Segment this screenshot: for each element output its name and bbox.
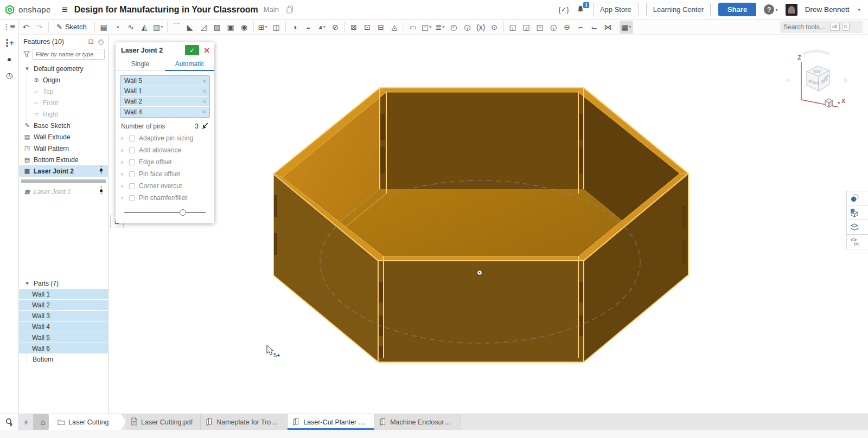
- rip-icon[interactable]: ⌙: [588, 21, 601, 34]
- checkbox[interactable]: [129, 195, 135, 201]
- extrude-icon[interactable]: ▤: [97, 21, 111, 34]
- chamfer-icon[interactable]: ◣: [183, 21, 197, 34]
- move-face-icon[interactable]: ⊠: [347, 21, 361, 34]
- rollback-handle-icon[interactable]: [99, 166, 104, 176]
- part-item-wall-6[interactable]: Wall 6: [19, 343, 108, 354]
- thicken-icon[interactable]: ▥▾: [151, 21, 165, 34]
- rollback-bar[interactable]: [21, 179, 106, 183]
- checkbox[interactable]: [129, 171, 135, 177]
- view-cube[interactable]: Z X Top Front Right: [783, 47, 851, 107]
- feature-item-wall-pattern[interactable]: ◳Wall Pattern: [19, 143, 108, 154]
- display-states-button[interactable]: (x): [846, 235, 868, 249]
- feature-item-top[interactable]: ▱Top: [27, 86, 108, 97]
- origin-marker[interactable]: [477, 270, 482, 275]
- feature-item-laser-joint-2[interactable]: ▦Laser Joint 2: [19, 165, 108, 177]
- avatar[interactable]: [786, 4, 797, 16]
- part-item-wall-1[interactable]: Wall 1: [19, 289, 108, 300]
- planter-box-model[interactable]: 5+: [108, 35, 868, 414]
- loft-icon[interactable]: ◭: [138, 21, 151, 34]
- user-name[interactable]: Drew Bennett: [805, 5, 850, 14]
- cancel-button[interactable]: ✕: [202, 46, 211, 55]
- intersect-icon[interactable]: ◕▾: [315, 21, 329, 34]
- expand-chevron-icon[interactable]: ›: [121, 158, 126, 166]
- mirror-icon[interactable]: ◫: [270, 21, 283, 34]
- workspace-name[interactable]: Main: [264, 5, 279, 14]
- laser-joint-icon[interactable]: ▦▾: [620, 21, 633, 34]
- document-tab-machine-enclosure-t-s-[interactable]: Machine Enclosure (T-S...: [374, 414, 461, 430]
- fill-surface-icon[interactable]: ◬: [388, 21, 401, 34]
- selected-entity-wall-1[interactable]: Wall 1✕: [120, 86, 209, 96]
- cross-section-icon[interactable]: ⋈: [601, 21, 615, 34]
- hole-icon[interactable]: ◉: [238, 21, 251, 34]
- add-tab-button[interactable]: +: [19, 414, 33, 430]
- revolve-icon[interactable]: ◔: [111, 21, 124, 34]
- mate-connector-icon[interactable]: ⊙: [488, 21, 501, 34]
- learning-center-button[interactable]: Learning Center: [646, 3, 711, 16]
- app-store-button[interactable]: App Store: [593, 3, 639, 16]
- checkbox[interactable]: [129, 159, 135, 165]
- search-tools-input[interactable]: [783, 23, 828, 31]
- part-item-wall-2[interactable]: Wall 2: [19, 300, 108, 311]
- checkbox[interactable]: [129, 183, 135, 189]
- corner-break-icon[interactable]: ⌐: [574, 21, 588, 34]
- share-button[interactable]: Share: [718, 3, 756, 16]
- hamburger-menu-icon[interactable]: ≡: [56, 4, 73, 16]
- selected-entity-wall-4[interactable]: Wall 4✕: [120, 107, 209, 117]
- accept-button[interactable]: ✓: [185, 45, 199, 55]
- add-feature-icon[interactable]: ┇+: [5, 39, 14, 47]
- sheet-metal-tab-icon[interactable]: ◳: [533, 21, 547, 34]
- linear-pattern-icon[interactable]: ⊞▾: [256, 21, 270, 34]
- dialog-tab-single[interactable]: Single: [116, 58, 165, 70]
- part-item-wall-5[interactable]: Wall 5: [19, 332, 108, 343]
- variable-icon[interactable]: (x): [474, 21, 488, 34]
- feature-item-wall-extrude[interactable]: ▤Wall Extrude: [19, 131, 108, 143]
- dialog-tab-automatic[interactable]: Automatic: [165, 58, 214, 71]
- search-tabs-icon[interactable]: [0, 414, 19, 430]
- boundary-surface-icon[interactable]: ◰▾: [420, 21, 433, 34]
- feature-item-front[interactable]: ▱Front: [27, 97, 108, 108]
- comment-icon[interactable]: ●: [7, 55, 11, 63]
- unfold-icon[interactable]: ⊖: [560, 21, 574, 34]
- feature-item-default-geometry[interactable]: ▾Default geometry: [19, 63, 108, 74]
- offset-surface-icon[interactable]: ⊡: [361, 21, 374, 34]
- remove-selection-icon[interactable]: ✕: [202, 88, 207, 94]
- draft-icon[interactable]: ◿: [197, 21, 210, 34]
- feature-item-right[interactable]: ▱Right: [27, 108, 108, 120]
- sweep-icon[interactable]: ∿: [124, 21, 138, 34]
- feature-item-origin[interactable]: ⊕Origin: [27, 74, 108, 86]
- featurescript-icon[interactable]: {✓}: [558, 5, 569, 14]
- selected-entity-wall-2[interactable]: Wall 2✕: [120, 96, 209, 107]
- rib-icon[interactable]: ▧: [210, 21, 224, 34]
- section-view-button[interactable]: [846, 205, 868, 220]
- document-tab-nameplate-for-trophy[interactable]: Nameplate for Trophy: [201, 414, 288, 430]
- rollback-history-icon[interactable]: ◷: [98, 38, 104, 46]
- undo-icon[interactable]: ↶: [19, 21, 33, 34]
- project-curve-icon[interactable]: ◶: [461, 21, 474, 34]
- feature-filter-input[interactable]: [33, 49, 105, 60]
- hexagonal-box-model[interactable]: [273, 88, 688, 362]
- named-views-button[interactable]: [846, 220, 868, 235]
- surface-icon[interactable]: ▭: [406, 21, 420, 34]
- checkbox[interactable]: [129, 147, 135, 153]
- delete-part-icon[interactable]: ⊘: [329, 21, 342, 34]
- history-icon[interactable]: ◷: [6, 72, 12, 79]
- appearance-button[interactable]: [846, 191, 868, 205]
- slider-knob[interactable]: [180, 209, 186, 216]
- expand-chevron-icon[interactable]: ›: [121, 194, 126, 202]
- sketch-button[interactable]: ✎Sketch: [51, 23, 92, 31]
- document-tab-laser-cut-planter-box-[interactable]: Laser-Cut Planter Box (...: [288, 414, 374, 430]
- fillet-icon[interactable]: ⌒: [170, 21, 183, 34]
- feature-item-laser-joint-1[interactable]: ▦Laser Joint 1: [19, 186, 108, 197]
- document-tab-laser-cutting-pdf[interactable]: Laser Cutting.pdf: [126, 414, 201, 430]
- helix-icon[interactable]: ◴: [447, 21, 461, 34]
- notifications-bell-icon[interactable]: 1: [577, 5, 585, 14]
- part-item-wall-3[interactable]: Wall 3: [19, 311, 108, 321]
- selected-entity-wall-5[interactable]: Wall 5✕: [120, 76, 209, 86]
- part-item-bottom[interactable]: Bottom: [27, 354, 108, 365]
- filter-funnel-icon[interactable]: [23, 51, 30, 57]
- shell-icon[interactable]: ▣: [224, 21, 238, 34]
- measure-arrow-icon[interactable]: [201, 122, 209, 130]
- number-of-pins-value[interactable]: 3: [195, 123, 201, 130]
- folder-breadcrumb-tab[interactable]: Laser Cutting: [49, 414, 126, 430]
- boolean-icon[interactable]: ◑: [288, 21, 302, 34]
